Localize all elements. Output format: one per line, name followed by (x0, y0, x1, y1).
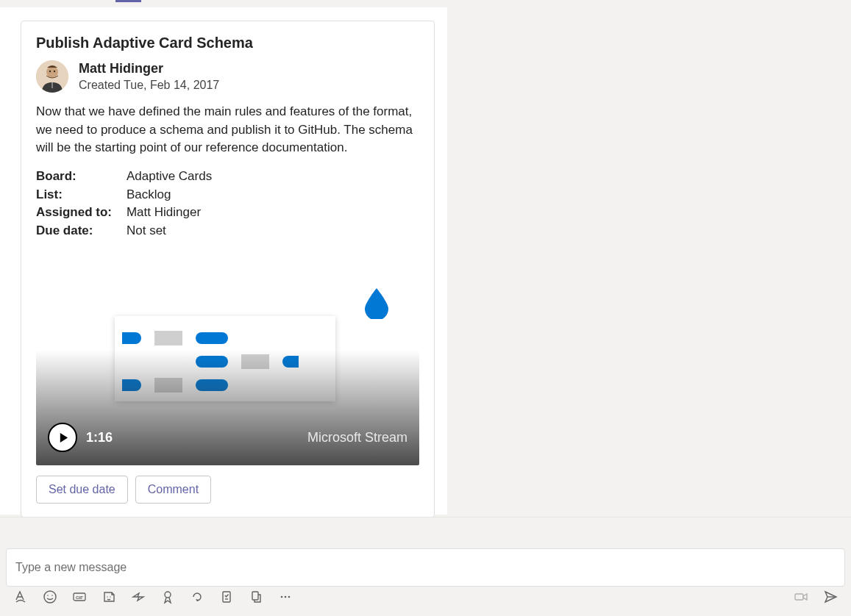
creator-name: Matt Hidinger (79, 61, 219, 77)
svg-point-15 (285, 596, 287, 598)
fact-value-board: Adaptive Cards (127, 168, 212, 186)
svg-point-11 (165, 592, 171, 598)
message-input-row (6, 548, 845, 587)
fact-value-due: Not set (127, 222, 212, 240)
card-actions: Set due date Comment (36, 476, 419, 504)
droplet-icon (360, 287, 393, 319)
buzz-icon[interactable] (124, 585, 153, 609)
video-preview[interactable]: 1:16 Microsoft Stream (36, 250, 419, 465)
video-duration: 1:16 (86, 430, 113, 445)
creator-subtitle: Created Tue, Feb 14, 2017 (79, 79, 219, 92)
card-body: Now that we have defined the main rules … (36, 103, 419, 157)
svg-point-16 (288, 596, 291, 598)
compose-area: GIF (0, 517, 851, 616)
fact-label-assigned: Assigned to: (36, 204, 127, 222)
video-clip-icon[interactable] (786, 585, 816, 609)
video-playbar: 1:16 Microsoft Stream (48, 423, 407, 452)
fact-label-due: Due date: (36, 222, 127, 240)
svg-point-6 (51, 595, 53, 596)
fact-value-list: Backlog (127, 186, 212, 204)
card-title: Publish Adaptive Card Schema (36, 35, 419, 51)
card-creator-row: Matt Hidinger Created Tue, Feb 14, 2017 (36, 60, 419, 93)
svg-point-14 (281, 596, 283, 598)
fact-label-board: Board: (36, 168, 127, 186)
video-source: Microsoft Stream (307, 430, 407, 445)
svg-point-4 (44, 591, 56, 603)
top-tabs-strip (0, 0, 851, 7)
format-icon[interactable] (6, 585, 35, 609)
svg-point-3 (54, 71, 55, 72)
svg-rect-13 (252, 592, 258, 600)
svg-point-5 (47, 595, 49, 596)
svg-text:GIF: GIF (76, 595, 83, 600)
loop-icon[interactable] (182, 585, 212, 609)
content-area: Publish Adaptive Card Schema Matt Hiding… (0, 7, 851, 515)
fact-value-assigned: Matt Hidinger (127, 204, 212, 222)
svg-point-10 (110, 596, 110, 597)
emoji-icon[interactable] (35, 585, 65, 609)
copy-icon[interactable] (241, 585, 271, 609)
adaptive-card: Publish Adaptive Card Schema Matt Hiding… (21, 21, 435, 517)
message-input[interactable] (15, 561, 836, 574)
send-button[interactable] (816, 585, 845, 609)
approvals-icon[interactable] (212, 585, 241, 609)
comment-button[interactable]: Comment (135, 476, 211, 504)
compose-toolbar: GIF (6, 585, 845, 609)
play-button[interactable] (48, 423, 77, 452)
sticker-icon[interactable] (94, 585, 124, 609)
active-tab-indicator (115, 0, 141, 2)
praise-icon[interactable] (153, 585, 182, 609)
svg-point-9 (107, 596, 107, 597)
svg-point-1 (46, 66, 58, 78)
set-due-date-button[interactable]: Set due date (36, 476, 128, 504)
avatar (36, 60, 68, 93)
gif-icon[interactable]: GIF (65, 585, 94, 609)
fact-label-list: List: (36, 186, 127, 204)
more-icon[interactable] (271, 585, 300, 609)
svg-point-2 (49, 71, 51, 72)
svg-rect-17 (795, 594, 803, 600)
card-facts: Board: Adaptive Cards List: Backlog Assi… (36, 168, 212, 240)
